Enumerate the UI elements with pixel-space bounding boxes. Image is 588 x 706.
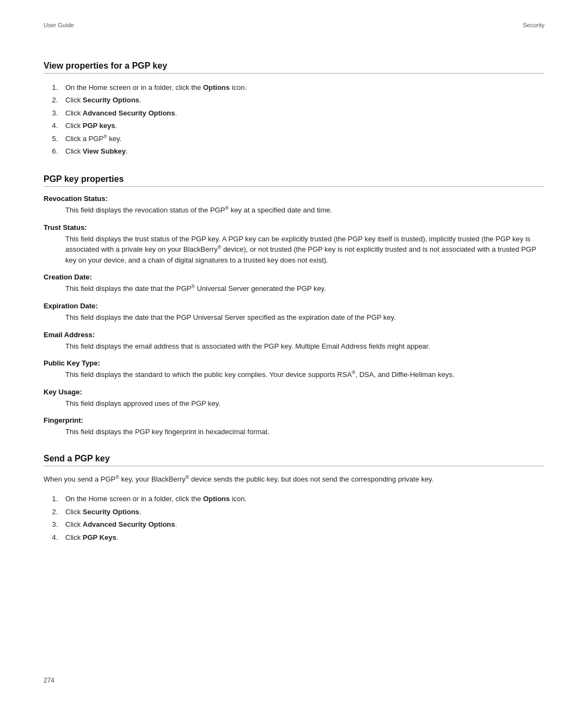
list-item: Click PGP keys.: [60, 119, 544, 132]
header-right: Security: [523, 22, 544, 28]
email-address-label: Email Address:: [44, 331, 544, 339]
fingerprint-body: This field displays the PGP key fingerpr…: [65, 427, 544, 437]
list-item: On the Home screen or in a folder, click…: [60, 492, 544, 505]
section-pgp-key-properties: PGP key properties Revocation Status: Th…: [44, 174, 544, 437]
page-footer: 274: [44, 677, 54, 684]
fingerprint-label: Fingerprint:: [44, 416, 544, 424]
property-revocation-status: Revocation Status: This field displays t…: [44, 194, 544, 216]
property-expiration-date: Expiration Date: This field displays the…: [44, 302, 544, 323]
creation-date-label: Creation Date:: [44, 273, 544, 281]
page-container: User Guide Security View properties for …: [0, 0, 588, 706]
public-key-type-label: Public Key Type:: [44, 359, 544, 367]
list-item: Click Advanced Security Options.: [60, 107, 544, 119]
section2-title: PGP key properties: [44, 174, 544, 187]
expiration-date-body: This field displays the date that the PG…: [65, 312, 544, 323]
list-item: Click View Subkey.: [60, 145, 544, 157]
section3-intro: When you send a PGP® key, your BlackBerr…: [44, 474, 544, 485]
section3-title: Send a PGP key: [44, 454, 544, 466]
property-public-key-type: Public Key Type: This field displays the…: [44, 359, 544, 380]
public-key-type-body: This field displays the standard to whic…: [65, 369, 544, 380]
property-key-usage: Key Usage: This field displays approved …: [44, 388, 544, 409]
section1-steps: On the Home screen or in a folder, click…: [60, 81, 544, 158]
list-item: Click Advanced Security Options.: [60, 518, 544, 531]
email-address-body: This field displays the email address th…: [65, 341, 544, 352]
section-send-pgp-key: Send a PGP key When you send a PGP® key,…: [44, 454, 544, 544]
key-usage-body: This field displays approved uses of the…: [65, 398, 544, 409]
revocation-status-label: Revocation Status:: [44, 194, 544, 203]
trust-status-body: This field displays the trust status of …: [65, 234, 544, 266]
section3-steps: On the Home screen or in a folder, click…: [60, 492, 544, 544]
section1-title: View properties for a PGP key: [44, 61, 544, 74]
property-trust-status: Trust Status: This field displays the tr…: [44, 223, 544, 266]
page-number: 274: [44, 677, 54, 684]
key-usage-label: Key Usage:: [44, 388, 544, 396]
list-item: Click PGP Keys.: [60, 531, 544, 544]
list-item: Click Security Options.: [60, 94, 544, 106]
page-header: User Guide Security: [44, 22, 544, 28]
list-item: On the Home screen or in a folder, click…: [60, 81, 544, 94]
property-creation-date: Creation Date: This field displays the d…: [44, 273, 544, 294]
creation-date-body: This field displays the date that the PG…: [65, 283, 544, 294]
list-item: Click Security Options.: [60, 506, 544, 518]
section-view-properties: View properties for a PGP key On the Hom…: [44, 61, 544, 158]
trust-status-label: Trust Status:: [44, 223, 544, 232]
list-item: Click a PGP® key.: [60, 132, 544, 145]
header-left: User Guide: [44, 22, 74, 28]
property-fingerprint: Fingerprint: This field displays the PGP…: [44, 416, 544, 437]
property-email-address: Email Address: This field displays the e…: [44, 331, 544, 352]
expiration-date-label: Expiration Date:: [44, 302, 544, 310]
revocation-status-body: This field displays the revocation statu…: [65, 205, 544, 216]
